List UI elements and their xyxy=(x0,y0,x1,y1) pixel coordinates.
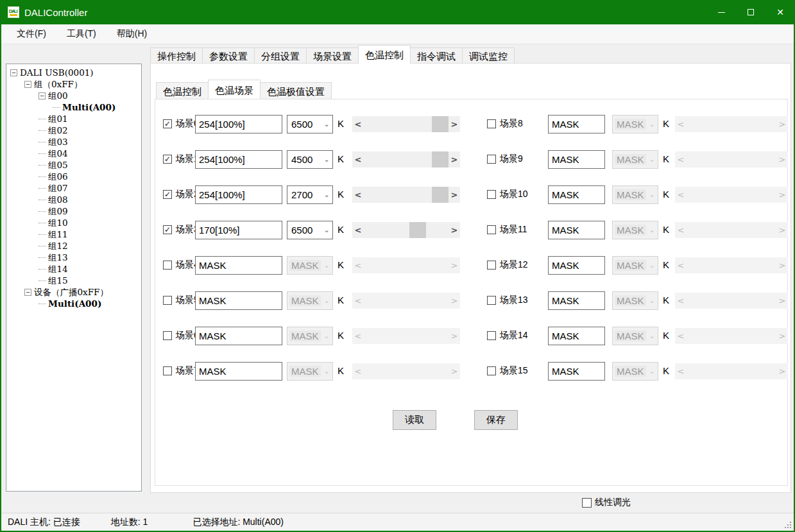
tab-色温控制[interactable]: 色温控制 xyxy=(358,45,411,64)
tree-item-13[interactable]: 组10 xyxy=(6,217,141,228)
tree-item-5[interactable]: 组02 xyxy=(6,124,141,136)
scene-row-15: 场景15MASKMASK⌄K<> xyxy=(155,362,789,381)
tree-expander-icon[interactable]: − xyxy=(10,69,17,76)
chevron-down-icon: ⌄ xyxy=(646,226,658,234)
scene-checkbox[interactable] xyxy=(487,331,496,340)
kelvin-unit-label: K xyxy=(663,295,669,305)
scene-checkbox[interactable] xyxy=(487,155,496,164)
tree-item-16[interactable]: 组13 xyxy=(6,252,141,263)
subtab-色温场景[interactable]: 色温场景 xyxy=(208,80,261,99)
scene-level-input[interactable]: MASK xyxy=(548,221,605,239)
tree-item-label: 组05 xyxy=(48,159,68,171)
tree-item-8[interactable]: 组05 xyxy=(6,159,141,171)
tree-item-label: 组06 xyxy=(48,171,68,182)
tree-item-10[interactable]: 组07 xyxy=(6,182,141,194)
chevron-down-icon: ⌄ xyxy=(646,155,658,164)
scene-level-scrollbar: <> xyxy=(675,257,788,273)
maximize-icon xyxy=(748,9,754,15)
close-icon: ✕ xyxy=(776,8,784,17)
tree-item-11[interactable]: 组08 xyxy=(6,194,141,205)
linear-dimming-option[interactable]: 线性调光 xyxy=(582,497,631,508)
tree-item-label: 组12 xyxy=(48,240,68,252)
tree-connector xyxy=(38,223,46,223)
scene-checkbox[interactable] xyxy=(487,119,496,128)
tree-expander-icon[interactable]: − xyxy=(38,92,46,99)
scene-level-input[interactable]: MASK xyxy=(548,362,605,381)
scene-temp-value: MASK xyxy=(615,189,646,200)
scene-checkbox[interactable] xyxy=(487,366,496,375)
tree-expander-icon[interactable]: − xyxy=(24,289,31,296)
tree-item-14[interactable]: 组11 xyxy=(6,228,141,240)
scroll-right-icon: > xyxy=(776,187,788,203)
tree-expander-icon[interactable]: − xyxy=(24,81,31,88)
scene-checkbox[interactable] xyxy=(487,190,496,199)
menu-item-2[interactable]: 帮助(H) xyxy=(109,25,155,43)
subtab-色温极值设置[interactable]: 色温极值设置 xyxy=(260,82,332,99)
tree-item-20[interactable]: Multi(A00) xyxy=(6,298,141,309)
tree-item-4[interactable]: 组01 xyxy=(6,113,141,124)
tree-item-label: 组01 xyxy=(48,113,68,124)
tab-分组设置[interactable]: 分组设置 xyxy=(254,47,307,64)
status-selected-address: 已选择地址: Multi(A00) xyxy=(192,517,284,528)
scroll-left-icon: < xyxy=(675,151,687,167)
tree-item-6[interactable]: 组03 xyxy=(6,136,141,148)
resize-grip[interactable] xyxy=(783,520,791,528)
scene-label: 场景15 xyxy=(500,365,528,377)
maximize-button[interactable] xyxy=(736,0,765,24)
tab-指令调试[interactable]: 指令调试 xyxy=(410,47,463,64)
tree-connector xyxy=(53,107,60,108)
tree-item-0[interactable]: −DALI USB(0001) xyxy=(6,67,141,78)
scene-temp-value: MASK xyxy=(615,295,646,306)
scene-level-input[interactable]: MASK xyxy=(548,291,605,310)
scroll-left-icon: < xyxy=(675,257,687,273)
color-temp-tab-page: 色温控制色温场景色温极值设置 ✓场景0254[100%]6500⌄K<>✓场景1… xyxy=(150,63,791,493)
device-tree[interactable]: −DALI USB(0001)−组（0xFF）−组00Multi(A00)组01… xyxy=(6,64,142,492)
tree-item-12[interactable]: 组09 xyxy=(6,205,141,217)
tab-操作控制[interactable]: 操作控制 xyxy=(150,47,203,64)
scene-level-input[interactable]: MASK xyxy=(548,115,605,133)
chevron-down-icon: ⌄ xyxy=(646,296,658,305)
tree-item-3[interactable]: Multi(A00) xyxy=(6,101,141,113)
tree-item-label: 组03 xyxy=(48,136,68,148)
read-button[interactable]: 读取 xyxy=(393,410,436,430)
linear-dimming-checkbox[interactable] xyxy=(582,498,592,508)
scene-label: 场景9 xyxy=(500,153,523,165)
window-controls: ✕ xyxy=(706,0,795,24)
tree-item-label: 组15 xyxy=(48,275,68,286)
tab-参数设置[interactable]: 参数设置 xyxy=(202,47,255,64)
scene-temp-value: MASK xyxy=(615,366,646,377)
tree-item-label: 组（0xFF） xyxy=(34,78,82,90)
menu-item-1[interactable]: 工具(T) xyxy=(59,25,104,43)
scene-temp-value: MASK xyxy=(615,154,646,165)
close-button[interactable]: ✕ xyxy=(765,0,795,24)
tree-item-7[interactable]: 组04 xyxy=(6,148,141,159)
scene-checkbox[interactable] xyxy=(487,296,496,305)
scene-checkbox[interactable] xyxy=(487,225,496,234)
chevron-down-icon: ⌄ xyxy=(646,261,658,270)
minimize-icon xyxy=(718,12,725,13)
scene-level-scrollbar: <> xyxy=(675,293,788,309)
scene-temp-select: MASK⌄ xyxy=(612,150,658,169)
tree-connector xyxy=(38,176,46,177)
tree-item-9[interactable]: 组06 xyxy=(6,171,141,182)
scene-level-input[interactable]: MASK xyxy=(548,256,605,275)
scene-level-input[interactable]: MASK xyxy=(548,185,605,204)
scene-level-scrollbar: <> xyxy=(675,328,788,344)
tree-item-label: 组08 xyxy=(48,194,68,205)
tab-场景设置[interactable]: 场景设置 xyxy=(306,47,359,64)
save-button[interactable]: 保存 xyxy=(474,410,518,430)
scene-level-input[interactable]: MASK xyxy=(548,327,605,345)
tree-item-2[interactable]: −组00 xyxy=(6,90,141,101)
tree-item-17[interactable]: 组14 xyxy=(6,263,141,275)
minimize-button[interactable] xyxy=(706,0,736,24)
tree-item-1[interactable]: −组（0xFF） xyxy=(6,78,141,90)
menu-item-0[interactable]: 文件(F) xyxy=(9,25,54,43)
tab-调试监控[interactable]: 调试监控 xyxy=(462,47,515,64)
tree-item-15[interactable]: 组12 xyxy=(6,240,141,252)
tree-item-18[interactable]: 组15 xyxy=(6,275,141,286)
tree-item-19[interactable]: −设备（广播0xFF） xyxy=(6,286,141,298)
subtab-色温控制[interactable]: 色温控制 xyxy=(156,82,209,99)
scene-level-input[interactable]: MASK xyxy=(548,150,605,169)
scene-temp-select: MASK⌄ xyxy=(612,115,658,133)
scene-checkbox[interactable] xyxy=(487,261,496,270)
